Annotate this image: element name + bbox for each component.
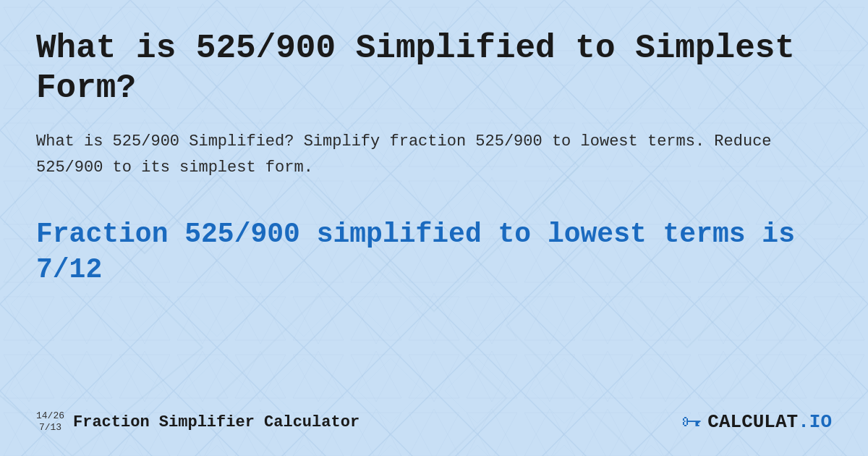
footer-brand-label: Fraction Simplifier Calculator (73, 413, 359, 431)
result-text: Fraction 525/900 simplified to lowest te… (36, 216, 832, 288)
description-text: What is 525/900 Simplified? Simplify fra… (36, 129, 832, 180)
key-icon: 🗝 (681, 410, 702, 434)
site-logo: 🗝 CALCULAT.IO (681, 410, 832, 434)
page-title: What is 525/900 Simplified to Simplest F… (36, 29, 832, 109)
logo-text: CALCULAT.IO (707, 411, 832, 433)
footer-fraction: 14/26 7/13 (36, 410, 64, 433)
